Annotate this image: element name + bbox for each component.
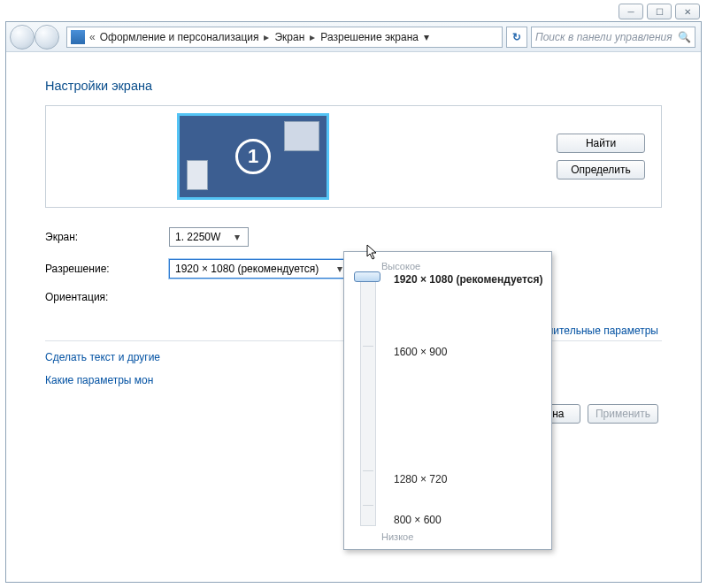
resolution-option[interactable]: 1280 × 720 xyxy=(394,473,447,485)
back-button[interactable] xyxy=(10,25,35,50)
orientation-label: Ориентация: xyxy=(45,291,169,303)
refresh-button[interactable]: ↻ xyxy=(506,27,527,48)
search-placeholder: Поиск в панели управления xyxy=(535,31,672,43)
maximize-button[interactable]: ☐ xyxy=(647,4,672,19)
chevron-down-icon: ▾ xyxy=(230,231,244,243)
identify-button[interactable]: Определить xyxy=(557,160,645,179)
screen-value: 1. 2250W xyxy=(175,231,220,243)
preview-window-icon xyxy=(187,160,208,190)
monitor-selector-box: 1 Найти Определить xyxy=(45,105,662,208)
resolution-option[interactable]: 1920 × 1080 (рекомендуется) xyxy=(394,273,542,286)
screen-dropdown[interactable]: 1. 2250W ▾ xyxy=(169,227,249,247)
chevron-right-icon: ▸ xyxy=(306,31,319,43)
resolution-value: 1920 × 1080 (рекомендуется) xyxy=(175,263,319,275)
preview-window-icon xyxy=(284,121,319,151)
resolution-option[interactable]: 800 × 600 xyxy=(394,514,442,526)
resolution-slider-track[interactable] xyxy=(360,275,376,526)
resolution-option[interactable]: 1600 × 900 xyxy=(394,346,447,358)
resolution-slider-thumb[interactable] xyxy=(354,271,380,282)
close-button[interactable]: ✕ xyxy=(675,4,700,19)
breadcrumb-item[interactable]: Разрешение экрана xyxy=(320,31,419,43)
resolution-label: Разрешение: xyxy=(45,263,169,275)
control-panel-icon xyxy=(71,30,85,44)
slider-top-label: Высокое xyxy=(381,261,541,271)
breadcrumb-item[interactable]: Экран xyxy=(274,31,304,43)
screen-label: Экран: xyxy=(45,231,169,243)
forward-button[interactable] xyxy=(35,25,59,50)
breadcrumb-prefix: « xyxy=(87,31,98,43)
resolution-popup[interactable]: Высокое 1920 × 1080 (рекомендуется) 1600… xyxy=(343,251,552,550)
minimize-button[interactable]: ─ xyxy=(619,4,643,19)
chevron-down-icon[interactable]: ▾ xyxy=(420,31,433,43)
find-button[interactable]: Найти xyxy=(557,134,645,153)
resolution-dropdown[interactable]: 1920 × 1080 (рекомендуется) ▾ xyxy=(169,259,351,279)
search-icon: 🔍 xyxy=(678,31,691,43)
apply-button[interactable]: Применить xyxy=(588,404,658,424)
navigation-bar: « Оформление и персонализация ▸ Экран ▸ … xyxy=(6,22,701,52)
slider-bottom-label: Низкое xyxy=(381,531,413,542)
which-params-link[interactable]: Какие параметры мон xyxy=(45,374,153,386)
breadcrumb[interactable]: « Оформление и персонализация ▸ Экран ▸ … xyxy=(66,27,503,48)
breadcrumb-item[interactable]: Оформление и персонализация xyxy=(100,31,259,43)
monitor-number: 1 xyxy=(235,139,271,174)
page-title: Настройки экрана xyxy=(45,79,662,93)
text-scale-link[interactable]: Сделать текст и другие xyxy=(45,351,160,363)
monitor-preview[interactable]: 1 xyxy=(177,113,329,200)
chevron-right-icon: ▸ xyxy=(260,31,273,43)
search-input[interactable]: Поиск в панели управления 🔍 xyxy=(531,27,695,48)
